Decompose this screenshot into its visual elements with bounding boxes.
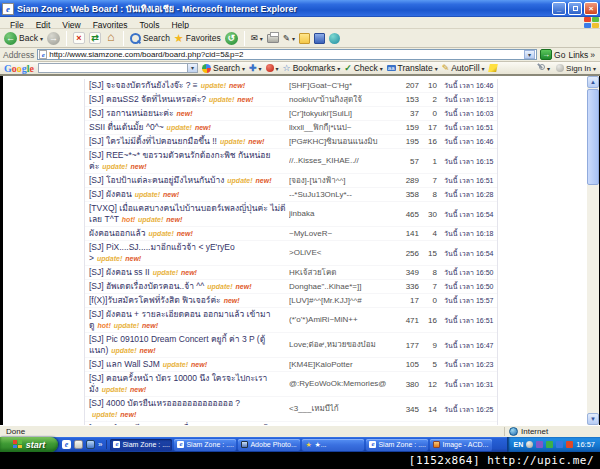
- menu-favorites[interactable]: Favorites: [87, 20, 134, 30]
- topic-link[interactable]: [SJ] รอกานหน่อยนะค่ะ: [89, 108, 174, 118]
- topic-tags: update!new!: [206, 94, 253, 104]
- taskbar-button[interactable]: eSiam Zone : ....: [174, 439, 236, 451]
- topic-views: 380: [395, 380, 421, 389]
- scrollbar-thumb[interactable]: [587, 89, 599, 185]
- taskbar-button[interactable]: eSiam Zone : ....: [110, 439, 172, 451]
- pagerank-button[interactable]: ▾: [266, 64, 279, 72]
- google-search-input[interactable]: ▾: [38, 63, 198, 73]
- topic-author: >OLiVE<: [289, 248, 395, 258]
- quicklaunch-desktop-icon[interactable]: [86, 440, 95, 449]
- spellcheck-button[interactable]: ✓ Check▾: [344, 63, 383, 73]
- google-enhance-button[interactable]: ✚▾: [249, 63, 262, 73]
- go-arrow-icon: →: [540, 49, 552, 60]
- topic-tags: update!new!: [94, 253, 141, 263]
- taskbar-button[interactable]: Image - ACD...: [430, 439, 492, 451]
- menu-view[interactable]: View: [56, 20, 86, 30]
- ie-icon: e: [177, 441, 184, 448]
- vertical-scrollbar[interactable]: ▲ ▼: [587, 76, 599, 425]
- edit-button[interactable]: ✎▾: [283, 33, 295, 43]
- topic-replies: 1: [421, 157, 439, 166]
- topic-replies: 2: [421, 95, 439, 104]
- table-row: [SJ] รอกานหน่อยนะค่ะnew! [Cr']tokyuki'[S…: [85, 107, 497, 121]
- search-button[interactable]: Search: [130, 33, 170, 44]
- tray-app-icon-1[interactable]: [536, 441, 543, 448]
- scroll-up-button[interactable]: ▲: [587, 76, 599, 88]
- forward-button[interactable]: →: [47, 32, 60, 45]
- scroll-down-button[interactable]: ▼: [587, 413, 599, 425]
- address-dropdown[interactable]: ▾: [524, 50, 535, 59]
- topic-link[interactable]: [SJ] 4000 บัตรยืนเหรอออออออออออออ ?: [89, 398, 240, 408]
- topic-date: วันนี้ เวลา 16:51: [439, 175, 497, 186]
- mail-button[interactable]: ✉▾: [251, 33, 263, 43]
- topic-link[interactable]: [f(X)]รับสมัครโคฟที่รังสิต ฟิวเจอร์ค่ะ: [89, 295, 221, 305]
- topic-date: วันนี้ เวลา 16:54: [439, 248, 497, 259]
- favorites-button[interactable]: ★ Favorites: [174, 32, 221, 45]
- taskbar-button[interactable]: ★★...: [302, 439, 364, 451]
- topic-replies: 12: [421, 380, 439, 389]
- topic-link[interactable]: [SJ] จะจองบัตรกันยังไงจ๊ะ ? ≡: [89, 80, 198, 90]
- topic-link[interactable]: [SJ] ผังคอน ss II: [89, 267, 150, 277]
- favorites-star-icon: ★: [174, 32, 184, 45]
- restore-button[interactable]: [568, 2, 582, 15]
- back-button[interactable]: ← Back▾: [4, 32, 43, 45]
- topic-views: 256: [395, 249, 421, 258]
- account-icon: [556, 64, 564, 72]
- minimize-button[interactable]: _: [552, 2, 566, 15]
- quicklaunch-ie-icon[interactable]: e: [62, 440, 71, 449]
- start-button[interactable]: start: [0, 437, 58, 452]
- menu-edit[interactable]: Edit: [30, 20, 57, 30]
- forum-topic-table: [SJ] จะจองบัตรกันยังไงจ๊ะ ? ≡update!new!…: [84, 79, 498, 425]
- topic-link[interactable]: [SJ] อัพเดตเรื่องบัตรคอน..จ้า ^^: [89, 281, 204, 291]
- taskbar-button[interactable]: eSiam Zone : ....: [366, 439, 428, 451]
- tray-app-icon-3[interactable]: [556, 441, 563, 448]
- topic-tags: update!new!: [132, 189, 179, 199]
- history-button[interactable]: ↺: [225, 32, 238, 45]
- print-button[interactable]: [267, 34, 279, 43]
- highlighter-icon[interactable]: [488, 64, 498, 72]
- toolbar-options-button[interactable]: ▾: [536, 64, 550, 73]
- links-button[interactable]: Links»: [568, 50, 597, 60]
- check-icon: ✓: [344, 63, 352, 73]
- menu-help[interactable]: Help: [165, 20, 194, 30]
- topic-replies: 14: [421, 405, 439, 414]
- topic-author: [จอง]-[นางฟ้า^^]: [289, 176, 395, 186]
- quicklaunch-mail-icon[interactable]: [74, 440, 83, 449]
- discuss-button[interactable]: [299, 33, 310, 44]
- topic-link[interactable]: [SJ] โอปป้าแต่ละคนอยู่มึงไหนกันบ้าง: [89, 175, 224, 185]
- topic-link[interactable]: ผังคอนออกแล้ว: [89, 228, 146, 238]
- sign-in-button[interactable]: Sign In▾: [556, 64, 596, 73]
- menu-tools[interactable]: Tools: [134, 20, 166, 30]
- quicklaunch-chevron-icon[interactable]: »: [98, 440, 102, 449]
- topic-link[interactable]: [SJ] ใครไม่มีติ้งที่ไปคอนยกมือขึ้น !!: [89, 136, 217, 146]
- language-indicator[interactable]: EN: [513, 441, 523, 448]
- home-button[interactable]: ⌂: [105, 32, 117, 44]
- topic-link[interactable]: [SJ] แลก Wall SJM: [89, 359, 160, 369]
- menu-file[interactable]: File: [4, 20, 30, 30]
- address-url: http://www.siamzone.com/board/board.php?…: [49, 50, 524, 59]
- google-search-dropdown[interactable]: ▾: [187, 64, 197, 72]
- topic-link[interactable]: SSII ตื่นเต้นมั้ย ^0^~: [89, 122, 164, 132]
- translate-button[interactable]: aa Translate▾: [387, 63, 438, 73]
- update-badge: update!: [201, 82, 226, 89]
- messenger-button[interactable]: [329, 33, 340, 44]
- stop-button[interactable]: ×: [73, 32, 85, 44]
- tray-clock-icon[interactable]: [526, 441, 533, 448]
- google-search-button[interactable]: Search▾: [202, 63, 245, 73]
- address-input[interactable]: e http://www.siamzone.com/board/board.ph…: [37, 49, 537, 60]
- table-row: [SJ] ใครไม่มีติ้งที่ไปคอนยกมือขึ้น !!upd…: [85, 135, 497, 149]
- refresh-button[interactable]: ⇄: [89, 32, 101, 44]
- topic-link[interactable]: [SJ] คอนSS2 จัดที่ไหนเหรอค่ะ?: [89, 94, 206, 104]
- topic-tags: update!new!: [99, 161, 146, 171]
- tray-app-icon-4[interactable]: [566, 441, 573, 448]
- go-button[interactable]: → Go: [540, 49, 565, 60]
- tray-app-icon-2[interactable]: [546, 441, 553, 448]
- topic-author: //..Kisses_KIHAE..//: [289, 156, 395, 166]
- topic-link[interactable]: [SJ] ผังคอน: [89, 189, 132, 199]
- autofill-button[interactable]: ✎ AutoFill▾: [442, 63, 485, 73]
- close-button[interactable]: ×: [584, 2, 598, 15]
- taskbar-button[interactable]: Adobe Photo...: [238, 439, 300, 451]
- browser-viewport: [SJ] จะจองบัตรกันยังไงจ๊ะ ? ≡update!new!…: [0, 76, 600, 425]
- research-button[interactable]: [314, 33, 325, 44]
- bookmarks-button[interactable]: ☆ Bookmarks▾: [283, 63, 341, 73]
- table-row: [SJ] ผังคอน + รายละเอียดคอน ออกมาแล้ว เข…: [85, 308, 497, 333]
